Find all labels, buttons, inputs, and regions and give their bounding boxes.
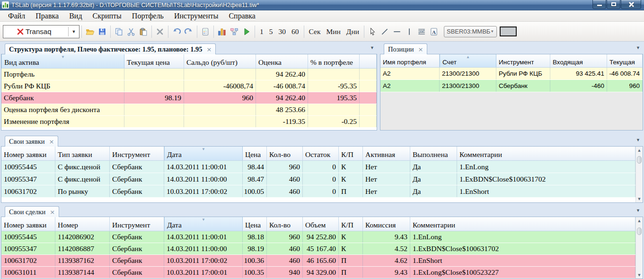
redo-button[interactable]: [183, 26, 195, 38]
column-header-8[interactable]: Комиссия: [363, 217, 410, 231]
table-row[interactable]: Изменение портфеля-119.35-0.25: [1, 116, 377, 128]
column-header-1[interactable]: Тип заявки: [55, 147, 110, 160]
menu-item-portfolio[interactable]: Портфель: [127, 11, 169, 21]
undo-button[interactable]: [170, 26, 183, 38]
table-row[interactable]: A221300/21300Сбербанк-460960: [380, 80, 643, 92]
table-row[interactable]: 100955347С фикс.ценойСбербанк14.03.2011 …: [1, 173, 635, 185]
interval-button-1[interactable]: 1: [257, 26, 266, 37]
portfolio-tab[interactable]: Структура портфеля, Плечо фактическое: 1…: [5, 44, 216, 54]
color-swatch[interactable]: [500, 26, 517, 36]
interval-button-30[interactable]: 30: [276, 26, 289, 37]
tab-close-icon[interactable]: ×: [418, 46, 423, 53]
copy-button[interactable]: [113, 26, 125, 38]
column-header-6[interactable]: Остаток: [303, 147, 339, 160]
column-header-9[interactable]: Выполнена: [410, 147, 457, 160]
column-header-3[interactable]: Оценка: [256, 54, 308, 68]
column-header-0[interactable]: Номер заявки: [1, 217, 55, 231]
table-row[interactable]: Портфель94 262.40: [1, 69, 377, 80]
column-header-10[interactable]: Комментарии: [457, 147, 635, 160]
table-row[interactable]: 100631702По рынкуСбербанк10.03.2011 17:0…: [1, 185, 635, 198]
column-header-7[interactable]: К/П: [339, 147, 363, 160]
column-header-5[interactable]: Кол-во: [267, 217, 303, 231]
orders-scrollbar[interactable]: ▲▼: [635, 147, 643, 202]
text-tool-button[interactable]: A: [428, 26, 440, 38]
tab-close-icon[interactable]: ×: [50, 209, 55, 216]
scrollbar-thumb[interactable]: [637, 227, 642, 235]
maximize-button[interactable]: [607, 0, 620, 9]
panel-menu-icon[interactable]: ▼: [636, 45, 640, 50]
panel-menu-icon[interactable]: ▼: [370, 45, 374, 50]
menu-item-file[interactable]: Файл: [3, 11, 30, 21]
interval-button-60[interactable]: 60: [289, 26, 302, 37]
column-header-2[interactable]: Инструмент: [496, 54, 550, 67]
column-header-6[interactable]: Объем: [303, 217, 339, 231]
column-header-5[interactable]: Кол-во: [267, 147, 303, 160]
scrollbar-up-button[interactable]: ▲: [636, 147, 643, 154]
unit-button-min[interactable]: Мин: [323, 26, 343, 37]
report-button[interactable]: [199, 26, 212, 38]
column-header-2[interactable]: Инструмент: [110, 217, 164, 231]
column-header-9[interactable]: Комментарии: [410, 217, 635, 231]
column-header-3[interactable]: ▼Дата: [164, 217, 243, 231]
column-header-4[interactable]: Текущая: [607, 54, 643, 67]
menu-item-help[interactable]: Справка: [223, 11, 261, 21]
column-header-1[interactable]: ▲Счет: [440, 54, 496, 67]
transaq-dropdown-arrow[interactable]: ▼: [69, 29, 79, 34]
minimize-button[interactable]: [592, 0, 606, 9]
menu-item-edit[interactable]: Правка: [30, 11, 64, 21]
positions-tab[interactable]: Позиции ×: [384, 44, 427, 54]
column-header-0[interactable]: Номер заявки: [1, 147, 55, 160]
horizontal-line-button[interactable]: [391, 26, 403, 38]
menu-item-scripts[interactable]: Скрипты: [88, 11, 127, 21]
column-header-1[interactable]: Номер: [55, 217, 110, 231]
column-header-3[interactable]: ▼Дата: [164, 147, 243, 160]
delete-button[interactable]: [154, 26, 166, 38]
unit-button-days[interactable]: Дни: [344, 26, 362, 37]
cut-button[interactable]: [125, 26, 137, 38]
trades-tab[interactable]: Свои сделки ×: [5, 206, 59, 217]
open-folder-button[interactable]: [84, 26, 96, 38]
column-header-4[interactable]: % в портфеле: [308, 54, 360, 68]
vertical-line-button[interactable]: [403, 26, 415, 38]
instrument-combo[interactable]: SBER03:ММВБ▼: [444, 26, 497, 37]
table-row[interactable]: 1009554451142086902Сбербанк14.03.2011 11…: [1, 231, 635, 243]
column-header-0[interactable]: Имя портфеля: [380, 54, 440, 67]
column-header-3[interactable]: Входящая: [550, 54, 607, 67]
scrollbar-down-button[interactable]: ▼: [636, 195, 643, 202]
pointer-button[interactable]: [366, 26, 379, 38]
table-row[interactable]: A221300/21300Рубли РФ КЦБ93 425.41-46 00…: [380, 68, 643, 80]
table-row[interactable]: 1006317021139387162Сбербанк10.03.2011 17…: [1, 255, 635, 267]
fibonacci-button[interactable]: [415, 26, 428, 38]
close-button[interactable]: [621, 0, 641, 9]
column-header-1[interactable]: Текущая цена: [124, 54, 184, 68]
chart-button[interactable]: [216, 26, 228, 38]
panel-menu-icon[interactable]: ▼: [636, 138, 640, 142]
menu-item-view[interactable]: Вид: [64, 11, 87, 21]
menu-item-instruments[interactable]: Инструменты: [169, 11, 224, 21]
column-header-7[interactable]: К/П: [339, 217, 363, 231]
table-row[interactable]: 100955445С фикс.ценойСбербанк14.03.2011 …: [1, 161, 635, 173]
tab-close-icon[interactable]: ×: [49, 138, 54, 145]
table-row[interactable]: 1009553471142086887Сбербанк14.03.2011 11…: [1, 243, 635, 255]
interval-button-5[interactable]: 5: [266, 26, 276, 37]
column-header-8[interactable]: Активная: [363, 147, 410, 160]
table-row[interactable]: Оценка портфеля без дисконта48 253.66: [1, 104, 377, 116]
run-button[interactable]: [240, 26, 253, 38]
trades-scrollbar[interactable]: ▲▼: [635, 217, 643, 279]
save-button[interactable]: [96, 26, 108, 38]
table-row[interactable]: Рубли РФ КЦБ-46008,74-46 008.74-95.35: [1, 80, 377, 92]
unit-button-sec[interactable]: Сек: [306, 26, 324, 37]
trendline-button[interactable]: [379, 26, 391, 38]
table-row[interactable]: Сбербанк98.1996094 262.40195.35: [1, 92, 377, 104]
column-header-4[interactable]: Цена: [243, 217, 267, 231]
column-header-2[interactable]: Сальдо (руб/шт): [184, 54, 256, 68]
table-row[interactable]: 1006310111139387144Сбербанк10.03.2011 17…: [1, 267, 635, 279]
column-header-4[interactable]: Цена: [243, 147, 267, 160]
paste-button[interactable]: [137, 26, 150, 38]
column-header-2[interactable]: Инструмент: [110, 147, 164, 160]
tab-close-icon[interactable]: ×: [207, 46, 212, 53]
orders-tab[interactable]: Свои заявки ×: [5, 136, 58, 147]
scrollbar-up-button[interactable]: ▲: [636, 217, 643, 224]
layout-button[interactable]: [228, 26, 240, 38]
scrollbar-down-button[interactable]: ▼: [636, 271, 643, 279]
